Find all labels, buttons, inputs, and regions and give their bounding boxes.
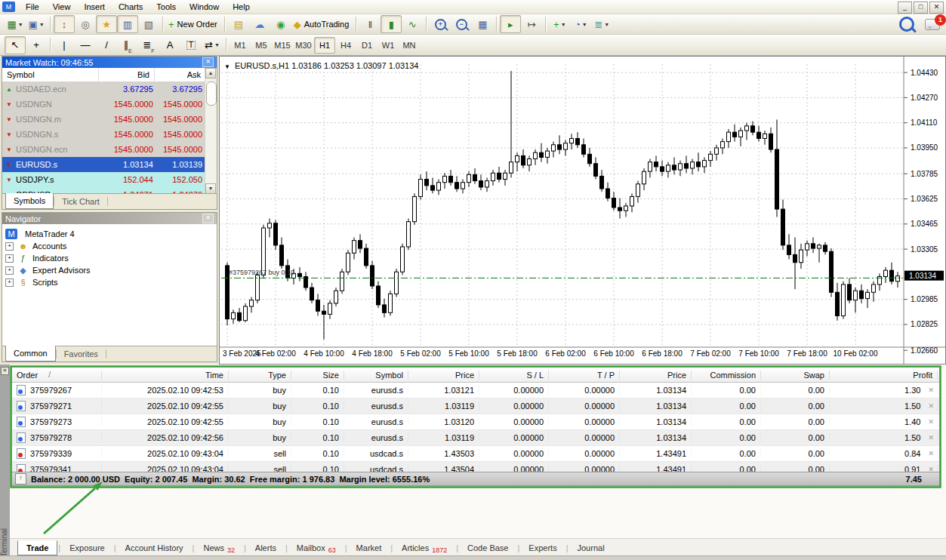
symbol-row-usdngn.m[interactable]: ▼USDNGN.m1545.00001545.0000 [2,112,205,127]
tab-tick-chart[interactable]: Tick Chart [54,194,107,209]
close-button[interactable]: ✕ [929,2,944,14]
tab-experts[interactable]: Experts [520,541,565,555]
timeframe-m30[interactable]: M30 [293,37,314,54]
zoom-out-button[interactable]: − [451,15,472,33]
text-button[interactable]: A [159,36,180,54]
timeframe-h1[interactable]: H1 [314,37,335,54]
tab-journal[interactable]: Journal [569,541,613,555]
auto-scroll-button[interactable]: ▸ [500,15,521,33]
chart-candles-button[interactable]: ▮ [381,15,402,33]
tab-favorites[interactable]: Favorites [57,346,106,362]
symbol-row-usdjpy.s[interactable]: ▼USDJPY.s152.044152.050 [2,172,205,187]
tab-common[interactable]: Common [5,346,56,362]
market-watch-close-icon[interactable]: ✕ [202,57,214,67]
navigator-close-icon[interactable]: ✕ [202,214,214,223]
chart-plot[interactable]: #375979267 buy 0.101.044301.042701.04110… [220,57,945,364]
symbol-row-usdngn[interactable]: ▼USDNGN1545.00001545.0000 [2,97,205,112]
cursor-button[interactable]: ↖ [5,36,26,54]
menu-view[interactable]: View [46,1,78,13]
market-watch-toggle-button[interactable]: ↕ [54,15,75,33]
expand-plus-icon[interactable]: + [5,242,14,251]
scroll-down-icon[interactable]: ▼ [205,183,216,194]
trendline-button[interactable]: / [96,36,117,54]
tab-news[interactable]: News32 [195,541,243,555]
tab-code-base[interactable]: Code Base [459,541,516,555]
periods-button[interactable]: ◔▼ [570,15,591,33]
new-chart-button[interactable]: ▦▼ [5,15,26,33]
table-row[interactable]: 3759792712025.02.10 09:42:55buy0.10eurus… [12,398,939,414]
virtual-hosting-button[interactable]: ☁ [249,15,270,33]
close-position-icon[interactable]: ✕ [928,386,934,394]
text-label-button[interactable]: T [180,36,202,54]
close-position-icon[interactable]: ✕ [928,434,934,442]
arrows-button[interactable]: ⇄▼ [202,36,223,54]
scroll-up-icon[interactable]: ▲ [205,68,216,78]
timeframe-d1[interactable]: D1 [356,37,377,54]
table-row[interactable]: 3759792732025.02.10 09:42:55buy0.10eurus… [12,414,939,430]
indicators-add-button[interactable]: +▼ [549,15,570,33]
tree-item-scripts[interactable]: +§Scripts [2,276,217,288]
tab-articles[interactable]: Articles1872 [393,541,455,555]
autotrading-button[interactable]: ◆AutoTrading [291,15,353,33]
timeframe-mn[interactable]: MN [399,37,420,54]
table-row[interactable]: 3759793392025.02.10 09:43:04sell0.10usdc… [12,446,939,462]
tab-alerts[interactable]: Alerts [247,541,285,555]
terminal-toggle-button[interactable]: ▥ [117,15,138,33]
expand-plus-icon[interactable]: + [5,278,14,287]
tree-root-metatrader4[interactable]: M MetaTrader 4 [2,228,217,240]
table-row[interactable]: 3759792782025.02.10 09:42:56buy0.10eurus… [12,430,939,446]
data-window-button[interactable]: ◎ [75,15,96,33]
symbol-row-usdngn.s[interactable]: ▼USDNGN.s1545.00001545.0000 [2,127,205,142]
symbol-row-usdngn.ecn[interactable]: ▼USDNGN.ecn1545.00001545.0000 [2,142,205,157]
menu-window[interactable]: Window [183,1,226,13]
tab-exposure[interactable]: Exposure [61,541,112,555]
symbol-row-eurusd.s[interactable]: ▼EURUSD.s1.031341.03139 [2,157,205,172]
minimize-button[interactable]: _ [898,2,912,14]
menu-insert[interactable]: Insert [77,1,112,13]
timeframe-h4[interactable]: H4 [335,37,356,54]
tab-mailbox[interactable]: Mailbox63 [288,541,344,555]
restore-button[interactable]: □ [914,2,928,14]
menu-file[interactable]: File [19,1,46,13]
close-position-icon[interactable]: ✕ [928,450,934,457]
close-position-icon[interactable]: ✕ [928,418,934,426]
search-icon[interactable] [899,17,914,32]
market-watch-scrollbar[interactable]: ▲ ▼ [205,68,217,194]
terminal-close-icon[interactable]: ✕ [1,367,9,375]
menu-help[interactable]: Help [226,1,257,13]
navigator-toggle-button[interactable]: ★ [96,15,117,33]
chart-line-button[interactable]: ∿ [402,15,423,33]
menu-tools[interactable]: Tools [149,1,183,13]
one-click-trading-toggle[interactable]: ▼ [224,63,230,70]
fibonacci-button[interactable]: ≣F [138,36,159,54]
strategy-tester-button[interactable]: ▧ [138,15,159,33]
tree-item-expert-advisors[interactable]: +◆Expert Advisors [2,264,217,276]
tree-item-indicators[interactable]: +ƒIndicators [2,252,217,264]
chart-shift-button[interactable]: ↦ [521,15,542,33]
notifications-icon[interactable]: 1 [925,19,940,30]
chart-bars-button[interactable]: ǁ [359,15,381,33]
metaeditor-button[interactable]: ▤ [228,15,249,33]
tree-item-accounts[interactable]: +☻Accounts [2,240,217,252]
expand-plus-icon[interactable]: + [5,266,14,275]
signals-button[interactable]: ◉ [270,15,291,33]
scroll-thumb[interactable] [206,82,217,106]
table-row[interactable]: 3759792672025.02.10 09:42:53buy0.10eurus… [12,383,939,398]
tab-trade[interactable]: Trade [17,540,57,555]
tab-symbols[interactable]: Symbols [5,193,54,209]
market-watch-titlebar[interactable]: Market Watch: 09:46:55 ✕ [2,57,217,68]
tile-windows-button[interactable]: ▦ [472,15,493,33]
symbol-row-usdaed.ecn[interactable]: ▲USDAED.ecn3.672953.67295 [2,82,205,97]
timeframe-m1[interactable]: M1 [230,37,251,54]
close-position-icon[interactable]: ✕ [928,402,934,410]
zoom-in-button[interactable]: + [430,15,451,33]
vertical-line-button[interactable]: | [54,36,75,54]
menu-charts[interactable]: Charts [112,1,149,13]
crosshair-button[interactable]: + [26,36,47,54]
navigator-titlebar[interactable]: Navigator ✕ [2,213,217,224]
equidistant-channel-button[interactable]: ∥E [117,36,138,54]
tab-account-history[interactable]: Account History [117,541,192,555]
timeframe-w1[interactable]: W1 [377,37,399,54]
timeframe-m15[interactable]: M15 [272,37,293,54]
new-order-button[interactable]: +New Order [166,15,221,33]
